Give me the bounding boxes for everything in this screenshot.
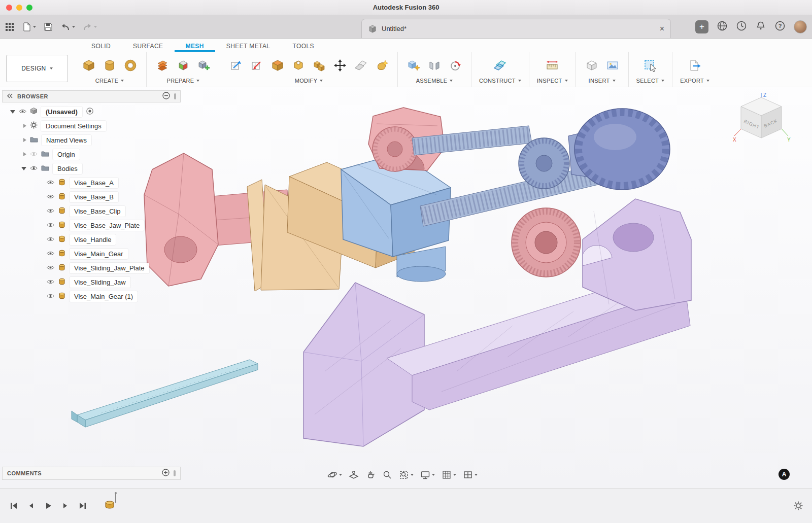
visibility-eye-icon[interactable] [47, 236, 54, 243]
export-dropdown[interactable]: EXPORT [680, 76, 709, 85]
body-row[interactable]: Vise_Base_Jaw_Plate [2, 218, 181, 232]
visibility-eye-icon[interactable] [47, 222, 54, 229]
timeline-play-button[interactable] [43, 500, 54, 511]
fullscreen-window-button[interactable] [26, 5, 32, 11]
comments-drag-grip[interactable] [174, 470, 176, 476]
body-row[interactable]: Vise_Main_Gear [2, 247, 181, 261]
body-label[interactable]: Vise_Base_B [70, 192, 118, 202]
user-avatar[interactable] [794, 20, 807, 33]
viewcube-axis-z[interactable]: Z [763, 92, 766, 98]
create-box-icon[interactable] [81, 57, 97, 74]
tab-surface[interactable]: SURFACE [122, 40, 174, 52]
timeline-skip-end-button[interactable] [77, 500, 88, 511]
collapse-icon[interactable] [23, 138, 26, 142]
repair-mesh-icon[interactable] [175, 57, 191, 74]
body-row[interactable]: Vise_Handle [2, 232, 181, 247]
tab-tools[interactable]: TOOLS [281, 40, 325, 52]
body-label[interactable]: Vise_Sliding_Jaw_Plate [70, 263, 149, 273]
body-label[interactable]: Vise_Base_Clip [70, 206, 125, 217]
body-row[interactable]: Vise_Base_B [2, 190, 181, 204]
recent-history-icon[interactable] [736, 20, 747, 33]
viewcube-axis-y[interactable]: Y [787, 137, 791, 143]
plane-cut-icon[interactable] [353, 57, 369, 74]
erase-and-fill-icon[interactable] [290, 57, 307, 74]
body-label[interactable]: Vise_Base_A [70, 178, 118, 188]
body-row[interactable]: Vise_Main_Gear (1) [2, 289, 181, 303]
tree-row-origin[interactable]: Origin [2, 147, 181, 161]
combine-faces-icon[interactable] [269, 57, 286, 74]
timeline-step-forward-button[interactable] [60, 500, 71, 511]
body-label[interactable]: Vise_Base_Jaw_Plate [70, 220, 144, 231]
tab-mesh[interactable]: MESH [175, 40, 215, 52]
workspace-selector[interactable]: DESIGN [6, 55, 68, 82]
create-dropdown[interactable]: CREATE [95, 76, 124, 85]
tab-solid[interactable]: SOLID [80, 40, 122, 52]
modify-dropdown[interactable]: MODIFY [295, 76, 323, 85]
zoom-icon[interactable] [382, 470, 392, 480]
inspect-dropdown[interactable]: INSPECT [537, 76, 568, 85]
minimize-window-button[interactable] [16, 5, 22, 11]
new-tab-button[interactable]: + [695, 20, 708, 33]
redo-icon[interactable] [82, 22, 97, 31]
model-main-gear-top[interactable] [373, 127, 417, 171]
create-torus-icon[interactable] [122, 57, 139, 74]
activate-component-radio[interactable] [86, 107, 94, 117]
collapse-icon[interactable] [23, 152, 26, 156]
merge-bodies-icon[interactable] [311, 57, 327, 74]
joint-icon[interactable] [426, 57, 443, 74]
timeline-settings-gear-icon[interactable] [793, 500, 804, 511]
tree-row-bodies[interactable]: Bodies [2, 161, 181, 176]
tree-item-label[interactable]: Named Views [42, 135, 91, 146]
generate-face-groups-icon[interactable] [154, 57, 171, 74]
collapse-browser-icon[interactable] [7, 93, 13, 100]
tree-item-label[interactable]: Bodies [53, 163, 82, 174]
browser-home-icon[interactable] [717, 20, 728, 33]
visibility-eye-icon[interactable] [19, 108, 26, 116]
assistant-bubble[interactable]: A [779, 469, 790, 480]
look-at-icon[interactable] [349, 470, 359, 480]
remesh-icon[interactable] [228, 57, 244, 74]
timeline-step-back-button[interactable] [25, 500, 37, 511]
body-row[interactable]: Vise_Base_A [2, 176, 181, 190]
visibility-eye-icon[interactable] [47, 278, 54, 286]
viewport[interactable]: BROWSER (Unsaved) Document Settings [0, 87, 812, 488]
convert-mesh-icon[interactable] [196, 57, 212, 74]
grid-snap-icon[interactable] [442, 470, 456, 480]
reduce-icon[interactable] [249, 57, 265, 74]
viewcube-axis-x[interactable]: X [733, 137, 736, 143]
expand-icon[interactable] [10, 110, 15, 114]
smooth-icon[interactable] [374, 57, 390, 74]
close-window-button[interactable] [6, 5, 12, 11]
construct-plane-icon[interactable] [492, 57, 508, 74]
tree-item-label[interactable]: Document Settings [41, 121, 106, 131]
model-base-right-tower[interactable] [583, 199, 691, 310]
undo-icon[interactable] [60, 22, 75, 31]
browser-minimize-icon[interactable] [162, 92, 170, 101]
timeline-skip-start-button[interactable] [8, 500, 19, 511]
body-label[interactable]: Vise_Main_Gear [70, 249, 128, 259]
tree-item-label[interactable]: Origin [53, 149, 80, 160]
document-tab[interactable]: Untitled* × [361, 19, 671, 38]
measure-icon[interactable] [544, 57, 560, 74]
model-handle[interactable] [72, 360, 258, 427]
fit-icon[interactable] [399, 470, 414, 480]
select-icon[interactable] [642, 57, 658, 74]
comments-bar[interactable]: COMMENTS [2, 467, 181, 480]
assemble-dropdown[interactable]: ASSEMBLE [416, 76, 453, 85]
root-document-label[interactable]: (Unsaved) [41, 107, 82, 117]
add-comment-icon[interactable] [162, 469, 170, 478]
collapse-icon[interactable] [23, 124, 26, 128]
insert-canvas-icon[interactable] [604, 57, 621, 74]
close-tab-icon[interactable]: × [660, 25, 664, 33]
app-grid-icon[interactable] [5, 22, 14, 31]
construct-dropdown[interactable]: CONSTRUCT [479, 76, 521, 85]
view-cube[interactable]: RIGHT BACK X Y Z [731, 92, 792, 146]
visibility-eye-off-icon[interactable] [30, 151, 38, 158]
visibility-eye-icon[interactable] [47, 193, 54, 201]
export-icon[interactable] [687, 57, 703, 74]
notifications-bell-icon[interactable] [755, 20, 766, 33]
model-main-gear-right[interactable] [512, 208, 581, 277]
timeline-position-marker[interactable] [104, 492, 120, 514]
tab-sheet-metal[interactable]: SHEET METAL [215, 40, 282, 52]
visibility-eye-icon[interactable] [30, 165, 38, 172]
